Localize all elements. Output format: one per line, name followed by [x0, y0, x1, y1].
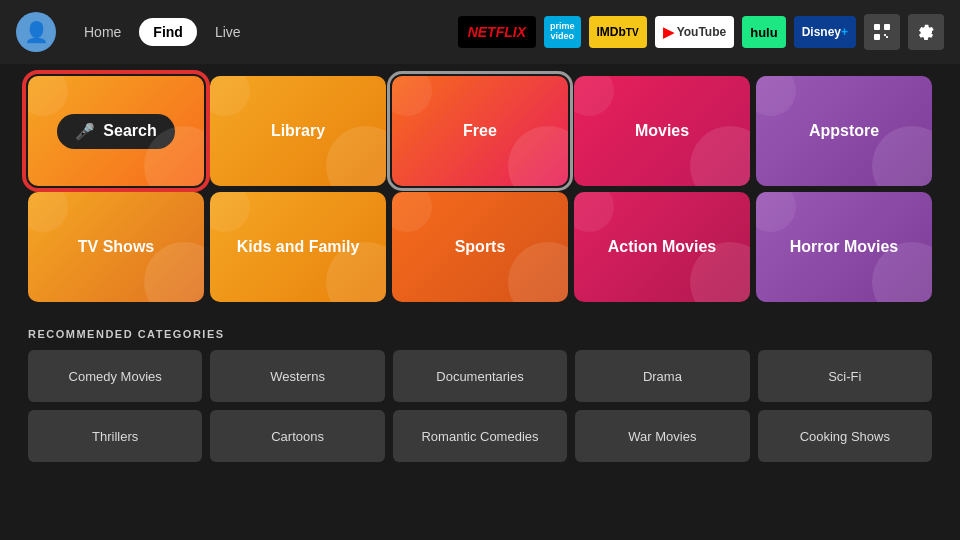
app-imdb[interactable]: IMDbTV	[589, 16, 647, 48]
tvshows-label: TV Shows	[70, 238, 162, 256]
tile-horror[interactable]: Horror Movies	[756, 192, 932, 302]
tile-library[interactable]: Library	[210, 76, 386, 186]
movies-label: Movies	[627, 122, 697, 140]
free-label: Free	[455, 122, 505, 140]
category-drama[interactable]: Drama	[575, 350, 749, 402]
avatar[interactable]: 👤	[16, 12, 56, 52]
nav-live[interactable]: Live	[201, 18, 255, 46]
horror-label: Horror Movies	[782, 238, 906, 256]
tile-action[interactable]: Action Movies	[574, 192, 750, 302]
tile-appstore[interactable]: Appstore	[756, 76, 932, 186]
top-nav: 👤 Home Find Live NETFLIX primevideo IMDb…	[0, 0, 960, 64]
category-comedy-movies[interactable]: Comedy Movies	[28, 350, 202, 402]
appstore-label: Appstore	[801, 122, 887, 140]
tiles-grid: 🎤 Search Library Free Movies Appstore TV…	[28, 76, 932, 302]
library-label: Library	[263, 122, 333, 140]
grid-icon-btn[interactable]	[864, 14, 900, 50]
streaming-apps: NETFLIX primevideo IMDbTV ▶YouTube hulu …	[458, 14, 944, 50]
nav-links: Home Find Live	[70, 18, 255, 46]
categories-grid: Comedy Movies Westerns Documentaries Dra…	[28, 350, 932, 462]
search-button[interactable]: 🎤 Search	[57, 114, 174, 149]
recommended-section: RECOMMENDED CATEGORIES Comedy Movies Wes…	[0, 314, 960, 472]
tile-movies[interactable]: Movies	[574, 76, 750, 186]
category-westerns[interactable]: Westerns	[210, 350, 384, 402]
settings-icon-btn[interactable]	[908, 14, 944, 50]
avatar-icon: 👤	[24, 20, 49, 44]
nav-home[interactable]: Home	[70, 18, 135, 46]
app-netflix[interactable]: NETFLIX	[458, 16, 536, 48]
app-hulu[interactable]: hulu	[742, 16, 785, 48]
nav-find[interactable]: Find	[139, 18, 197, 46]
search-label: Search	[103, 122, 156, 140]
app-disney[interactable]: Disney+	[794, 16, 856, 48]
category-romantic-comedies[interactable]: Romantic Comedies	[393, 410, 567, 462]
mic-icon: 🎤	[75, 122, 95, 141]
tile-tvshows[interactable]: TV Shows	[28, 192, 204, 302]
action-label: Action Movies	[600, 238, 724, 256]
tile-search[interactable]: 🎤 Search	[28, 76, 204, 186]
sports-label: Sports	[447, 238, 514, 256]
svg-rect-3	[886, 36, 888, 38]
kids-label: Kids and Family	[229, 238, 368, 256]
category-documentaries[interactable]: Documentaries	[393, 350, 567, 402]
svg-rect-2	[874, 34, 880, 40]
category-thrillers[interactable]: Thrillers	[28, 410, 202, 462]
app-prime[interactable]: primevideo	[544, 16, 581, 48]
main-section: 🎤 Search Library Free Movies Appstore TV…	[0, 64, 960, 314]
app-youtube[interactable]: ▶YouTube	[655, 16, 735, 48]
tile-sports[interactable]: Sports	[392, 192, 568, 302]
tile-free[interactable]: Free	[392, 76, 568, 186]
svg-rect-1	[884, 24, 890, 30]
category-scifi[interactable]: Sci-Fi	[758, 350, 932, 402]
category-cooking-shows[interactable]: Cooking Shows	[758, 410, 932, 462]
category-war-movies[interactable]: War Movies	[575, 410, 749, 462]
svg-rect-4	[884, 34, 886, 36]
recommended-title: RECOMMENDED CATEGORIES	[28, 328, 932, 340]
svg-rect-0	[874, 24, 880, 30]
category-cartoons[interactable]: Cartoons	[210, 410, 384, 462]
tile-kids[interactable]: Kids and Family	[210, 192, 386, 302]
